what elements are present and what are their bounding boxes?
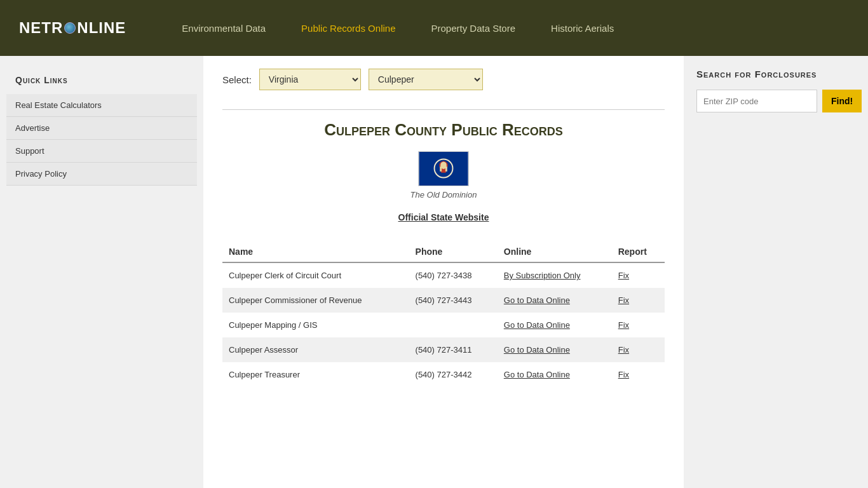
state-select[interactable]: Virginia [259, 69, 361, 90]
select-row: Select: Virginia Culpeper [222, 69, 665, 90]
report-link[interactable]: Fix [618, 320, 629, 330]
cell-online[interactable]: Go to Data Online [498, 362, 612, 387]
main-content: Select: Virginia Culpeper Culpeper Count… [203, 56, 684, 488]
flag-area: The Old Dominion [222, 151, 665, 200]
cell-report[interactable]: Fix [612, 262, 665, 288]
report-link[interactable]: Fix [618, 345, 629, 355]
col-online: Online [498, 241, 612, 262]
sidebar-item-real-estate-calculators[interactable]: Real Estate Calculators [6, 94, 197, 117]
table-row: Culpeper Commissioner of Revenue(540) 72… [222, 288, 665, 313]
cell-report[interactable]: Fix [612, 362, 665, 387]
cell-name: Culpeper Assessor [222, 337, 409, 362]
cell-name: Culpeper Mapping / GIS [222, 313, 409, 337]
logo: NETRNLINE [19, 19, 126, 37]
sidebar-item-support[interactable]: Support [6, 140, 197, 163]
cell-phone: (540) 727-3443 [409, 288, 498, 313]
nav-property-data-store[interactable]: Property Data Store [413, 0, 533, 56]
cell-phone [409, 313, 498, 337]
svg-rect-4 [441, 169, 446, 173]
cell-name: Culpeper Commissioner of Revenue [222, 288, 409, 313]
cell-online[interactable]: Go to Data Online [498, 313, 612, 337]
online-link[interactable]: By Subscription Only [504, 271, 581, 280]
table-row: Culpeper Mapping / GISGo to Data OnlineF… [222, 313, 665, 337]
records-table: Name Phone Online Report Culpeper Clerk … [222, 241, 665, 387]
table-row: Culpeper Treasurer(540) 727-3442Go to Da… [222, 362, 665, 387]
left-sidebar: Quick Links Real Estate Calculators Adve… [0, 56, 203, 488]
table-row: Culpeper Clerk of Circuit Court(540) 727… [222, 262, 665, 288]
online-link[interactable]: Go to Data Online [504, 295, 570, 305]
globe-icon [64, 22, 76, 34]
nav-public-records-online[interactable]: Public Records Online [283, 0, 413, 56]
cell-report[interactable]: Fix [612, 313, 665, 337]
cell-name: Culpeper Clerk of Circuit Court [222, 262, 409, 288]
quick-links-title: Quick Links [6, 69, 197, 94]
sidebar-item-advertise[interactable]: Advertise [6, 117, 197, 140]
online-link[interactable]: Go to Data Online [504, 345, 570, 355]
select-label: Select: [222, 74, 252, 85]
main-nav: Environmental Data Public Records Online… [164, 0, 632, 56]
cell-report[interactable]: Fix [612, 288, 665, 313]
main-container: Quick Links Real Estate Calculators Adve… [0, 56, 868, 488]
state-flag [418, 151, 469, 186]
find-button[interactable]: Find! [822, 90, 862, 112]
cell-phone: (540) 727-3442 [409, 362, 498, 387]
report-link[interactable]: Fix [618, 370, 629, 379]
table-header-row: Name Phone Online Report [222, 241, 665, 262]
foreclosure-title: Search for Forclosures [696, 69, 855, 79]
svg-point-7 [440, 161, 447, 169]
county-select[interactable]: Culpeper [369, 69, 483, 90]
cell-report[interactable]: Fix [612, 337, 665, 362]
top-divider [222, 109, 665, 110]
online-link[interactable]: Go to Data Online [504, 370, 570, 379]
cell-name: Culpeper Treasurer [222, 362, 409, 387]
nav-historic-aerials[interactable]: Historic Aerials [533, 0, 632, 56]
cell-phone: (540) 727-3411 [409, 337, 498, 362]
report-link[interactable]: Fix [618, 271, 629, 280]
cell-online[interactable]: Go to Data Online [498, 337, 612, 362]
flag-caption: The Old Dominion [410, 190, 477, 200]
nav-environmental-data[interactable]: Environmental Data [164, 0, 283, 56]
col-phone: Phone [409, 241, 498, 262]
col-report: Report [612, 241, 665, 262]
state-website-link[interactable]: Official State Website [222, 212, 665, 222]
online-link[interactable]: Go to Data Online [504, 320, 570, 330]
cell-online[interactable]: By Subscription Only [498, 262, 612, 288]
sidebar-item-privacy-policy[interactable]: Privacy Policy [6, 163, 197, 186]
page-title: Culpeper County Public Records [222, 120, 665, 140]
table-row: Culpeper Assessor(540) 727-3411Go to Dat… [222, 337, 665, 362]
header: NETRNLINE Environmental Data Public Reco… [0, 0, 868, 56]
cell-phone: (540) 727-3438 [409, 262, 498, 288]
zip-input[interactable] [696, 90, 817, 112]
cell-online[interactable]: Go to Data Online [498, 288, 612, 313]
col-name: Name [222, 241, 409, 262]
report-link[interactable]: Fix [618, 295, 629, 305]
right-sidebar: Search for Forclosures Find! [684, 56, 868, 488]
foreclosure-form: Find! [696, 90, 855, 112]
